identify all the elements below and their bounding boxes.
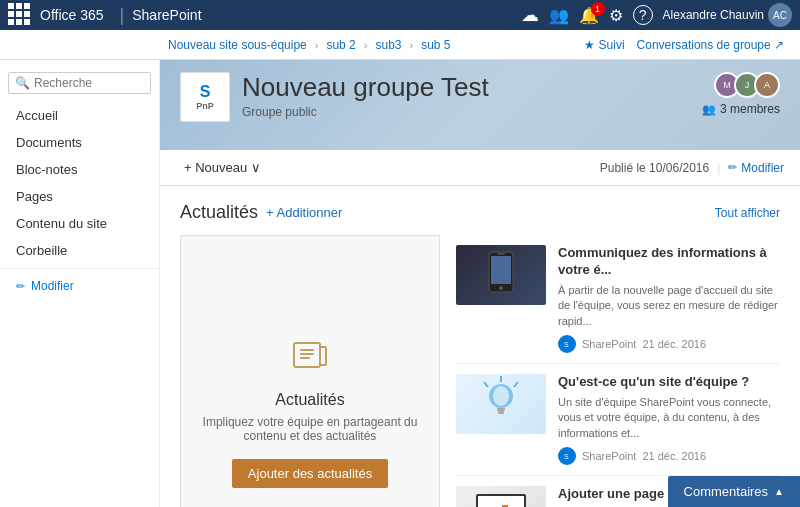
- user-name: Alexandre Chauvin: [663, 8, 764, 22]
- breadcrumb-item-3[interactable]: sub 5: [413, 30, 458, 60]
- group-icon-pnp: PnP: [196, 101, 214, 111]
- search-box[interactable]: 🔍: [8, 72, 151, 94]
- news-section-header: Actualités + Additionner Tout afficher: [180, 202, 780, 223]
- svg-rect-6: [491, 256, 511, 284]
- news-date-1: 21 déc. 2016: [642, 450, 706, 462]
- second-bar: Nouveau site sous-équipe › sub 2 › sub3 …: [0, 30, 800, 60]
- action-bar-right: Publié le 10/06/2016 | ✏ Modifier: [600, 161, 784, 175]
- people-icon[interactable]: 👥: [549, 6, 569, 25]
- sidebar-item-corbeille[interactable]: Corbeille: [0, 237, 159, 264]
- sidebar-item-label: Bloc-notes: [16, 162, 77, 177]
- sidebar-modifier-label: Modifier: [31, 279, 74, 293]
- sidebar-item-label: Contenu du site: [16, 216, 107, 231]
- breadcrumb-item-1[interactable]: sub 2: [318, 30, 363, 60]
- conversations-button[interactable]: Conversations de groupe ↗: [637, 38, 784, 52]
- sharepoint-icon-1: S: [558, 447, 576, 465]
- svg-rect-4: [320, 347, 326, 365]
- svg-line-14: [484, 382, 488, 387]
- news-source-0: SharePoint: [582, 338, 636, 350]
- news-placeholder: Actualités Impliquez votre équipe en par…: [180, 235, 440, 507]
- news-placeholder-icon: [290, 335, 330, 383]
- group-title: Nouveau groupe Test: [242, 72, 690, 103]
- news-thumb-2: [456, 486, 546, 507]
- svg-rect-8: [497, 253, 505, 255]
- svg-text:S: S: [564, 453, 569, 460]
- suivi-button[interactable]: ★ Suivi: [584, 38, 624, 52]
- notification-icon[interactable]: 🔔 1: [579, 6, 599, 25]
- svg-rect-2: [300, 353, 314, 355]
- user-menu[interactable]: Alexandre Chauvin AC: [663, 3, 792, 27]
- news-item-0[interactable]: Communiquez des informations à votre é..…: [456, 235, 780, 364]
- news-info-0: Communiquez des informations à votre é..…: [558, 245, 780, 353]
- news-title-0: Communiquez des informations à votre é..…: [558, 245, 780, 279]
- news-meta-1: S SharePoint 21 déc. 2016: [558, 447, 780, 465]
- app-name: Office 365: [40, 7, 104, 23]
- search-icon: 🔍: [15, 76, 30, 90]
- top-bar: Office 365 | SharePoint ☁ 👥 🔔 1 ⚙ ? Alex…: [0, 0, 800, 30]
- modifier-icon: ✏: [16, 280, 25, 293]
- sidebar-item-pages[interactable]: Pages: [0, 183, 159, 210]
- commentaires-button[interactable]: Commentaires ▲: [668, 476, 800, 507]
- news-add-actualites-button[interactable]: Ajouter des actualités: [232, 459, 388, 488]
- news-date-0: 21 déc. 2016: [642, 338, 706, 350]
- group-members-area: M J A 👥 3 membres: [702, 72, 780, 116]
- news-placeholder-title: Actualités: [275, 391, 344, 409]
- svg-rect-21: [478, 496, 524, 507]
- help-icon[interactable]: ?: [633, 5, 653, 25]
- news-source-1: SharePoint: [582, 450, 636, 462]
- modify-button[interactable]: ✏ Modifier: [728, 161, 784, 175]
- news-content: Actualités Impliquez votre équipe en par…: [180, 235, 780, 507]
- svg-rect-3: [300, 357, 310, 359]
- settings-icon[interactable]: ⚙: [609, 6, 623, 25]
- news-view-all[interactable]: Tout afficher: [715, 206, 780, 220]
- news-info-1: Qu'est-ce qu'un site d'équipe ? Un site …: [558, 374, 780, 465]
- news-add-button[interactable]: + Additionner: [266, 205, 342, 220]
- breadcrumb-item-0[interactable]: Nouveau site sous-équipe: [160, 30, 315, 60]
- breadcrumb-item-2[interactable]: sub3: [367, 30, 409, 60]
- group-icon: S PnP: [180, 72, 230, 122]
- site-name[interactable]: SharePoint: [132, 7, 201, 23]
- search-input[interactable]: [34, 76, 144, 90]
- breadcrumb: Nouveau site sous-équipe › sub 2 › sub3 …: [160, 30, 584, 60]
- svg-text:S: S: [564, 341, 569, 348]
- sidebar-item-label: Accueil: [16, 108, 58, 123]
- svg-rect-17: [498, 411, 504, 414]
- news-item-1[interactable]: Qu'est-ce qu'un site d'équipe ? Un site …: [456, 364, 780, 476]
- news-thumb-0: [456, 245, 546, 305]
- waffle-menu[interactable]: [8, 3, 32, 27]
- group-actions: ★ Suivi Conversations de groupe ↗: [584, 38, 800, 52]
- people-small-icon: 👥: [702, 103, 716, 116]
- member-avatars: M J A: [714, 72, 780, 98]
- svg-point-12: [493, 386, 509, 406]
- group-header: S PnP Nouveau groupe Test Groupe public …: [160, 60, 800, 150]
- sidebar-item-label: Corbeille: [16, 243, 67, 258]
- svg-line-15: [514, 382, 518, 387]
- news-section: Actualités + Additionner Tout afficher: [160, 186, 800, 507]
- members-count[interactable]: 👥 3 membres: [702, 102, 780, 116]
- edit-icon: ✏: [728, 161, 737, 174]
- sidebar-nav: Accueil Documents Bloc-notes Pages Conte…: [0, 102, 159, 299]
- commentaires-label: Commentaires: [684, 484, 769, 499]
- separator: |: [120, 5, 125, 26]
- news-thumb-1: [456, 374, 546, 434]
- layout: 🔍 Accueil Documents Bloc-notes Pages Con…: [0, 60, 800, 507]
- group-subtitle: Groupe public: [242, 105, 690, 119]
- main-content: S PnP Nouveau groupe Test Groupe public …: [160, 60, 800, 507]
- sidebar: 🔍 Accueil Documents Bloc-notes Pages Con…: [0, 60, 160, 507]
- news-section-title: Actualités: [180, 202, 258, 223]
- top-bar-icons: ☁ 👥 🔔 1 ⚙ ? Alexandre Chauvin AC: [521, 3, 792, 27]
- sidebar-item-documents[interactable]: Documents: [0, 129, 159, 156]
- group-title-area: Nouveau groupe Test Groupe public: [242, 72, 690, 119]
- sidebar-item-accueil[interactable]: Accueil: [0, 102, 159, 129]
- group-header-inner: S PnP Nouveau groupe Test Groupe public …: [180, 72, 780, 122]
- sidebar-item-bloc-notes[interactable]: Bloc-notes: [0, 156, 159, 183]
- sidebar-item-contenu[interactable]: Contenu du site: [0, 210, 159, 237]
- svg-rect-1: [300, 349, 314, 351]
- sidebar-modifier-button[interactable]: ✏ Modifier: [0, 273, 159, 299]
- group-icon-s: S: [200, 83, 211, 101]
- cloud-icon[interactable]: ☁: [521, 4, 539, 26]
- sharepoint-icon-0: S: [558, 335, 576, 353]
- member-avatar-3: A: [754, 72, 780, 98]
- sidebar-divider: [0, 268, 159, 269]
- nouveau-button[interactable]: + Nouveau ∨: [176, 156, 269, 179]
